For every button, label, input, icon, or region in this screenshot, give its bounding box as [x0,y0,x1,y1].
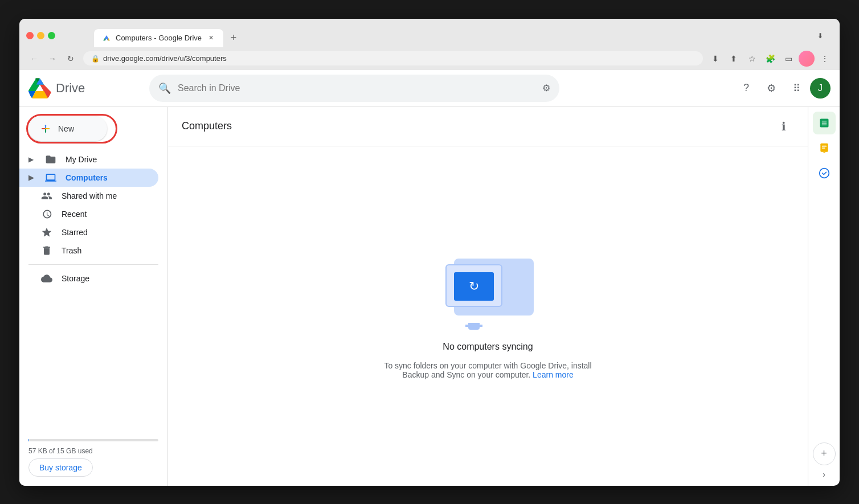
sidebar-item-recent[interactable]: Recent [19,205,158,223]
bookmark-icon[interactable]: ☆ [744,51,760,67]
monitor-body: ↻ [445,264,502,307]
back-button[interactable]: ← [26,51,42,67]
trash-icon [40,245,54,256]
content-area: Computers ℹ ↻ [167,107,808,486]
empty-state-subtitle: To sync folders on your computer with Go… [374,361,602,379]
new-button-wrapper: New [19,112,167,150]
sidebar-divider [28,264,158,265]
extension-icon[interactable]: 🧩 [762,51,778,67]
title-bar: Computers - Google Drive ✕ + ⬇ [19,19,840,47]
header-right: ? ⚙ ⠿ J [735,77,831,100]
url-text: drive.google.com/drive/u/3/computers [103,54,695,63]
drive-logo-text: Drive [56,81,85,96]
more-menu-icon[interactable]: ⋮ [817,51,833,67]
drive-logo-icon [28,77,51,100]
lock-icon: 🔒 [91,55,100,63]
shared-label: Shared with me [62,191,149,200]
refresh-button[interactable]: ↻ [63,51,79,67]
toolbar-right: ⬇ ⬆ ☆ 🧩 ▭ ⋮ [707,51,833,67]
search-icon: 🔍 [158,82,171,95]
storage-usage-label: 57 KB of 15 GB used [28,447,158,455]
sidebar: New ▶ My Drive ▶ Comput [19,107,167,486]
new-tab-button[interactable]: + [226,30,242,46]
tabs-bar: Computers - Google Drive ✕ + [60,24,242,47]
sidebar-item-computers[interactable]: ▶ Computers [19,169,158,187]
url-bar[interactable]: 🔒 drive.google.com/drive/u/3/computers [83,51,703,65]
forward-button[interactable]: → [44,51,60,67]
tab-icon[interactable]: ▭ [780,51,796,67]
buy-storage-button[interactable]: Buy storage [28,458,93,477]
folder-icon [44,154,58,165]
help-button[interactable]: ? [735,77,758,100]
drive-logo[interactable]: Drive [28,77,142,100]
monitor-screen: ↻ [454,272,494,301]
empty-state-title: No computers syncing [443,342,533,352]
browser-window: Computers - Google Drive ✕ + ⬇ ← → ↻ 🔒 d… [19,19,840,486]
search-input[interactable] [178,83,535,93]
cloud-icon [40,273,54,284]
settings-button[interactable]: ⚙ [760,77,783,100]
content-header: Computers ℹ [168,107,808,146]
profile-avatar[interactable]: J [810,78,831,99]
my-drive-label: My Drive [66,155,149,164]
storage-section: 57 KB of 15 GB used Buy storage [19,435,167,481]
trash-label: Trash [62,246,149,255]
star-icon [40,227,54,238]
sheets-button[interactable] [813,112,836,134]
maximize-button[interactable] [48,32,55,39]
computers-label: Computers [66,173,149,182]
empty-state: ↻ No computers syncing To sync folders o… [168,146,808,486]
sync-icon: ↻ [469,279,479,294]
storage-bar-fill [28,439,29,441]
new-button-label: New [58,124,74,133]
storage-label-nav: Storage [62,274,149,283]
resize-icon[interactable]: ⬇ [812,28,828,44]
panel-expand-button[interactable]: › [820,468,828,481]
app-header: Drive 🔍 ⚙ ? ⚙ ⠿ J [19,70,840,107]
download-icon[interactable]: ⬇ [707,51,723,67]
recent-label: Recent [62,210,149,219]
recent-icon [40,208,54,220]
page-title: Computers [182,120,774,132]
tab-close-icon[interactable]: ✕ [206,34,215,43]
starred-label: Starred [62,228,149,237]
new-plus-icon [40,123,51,134]
monitor-base [468,323,480,330]
window-controls [26,32,55,39]
address-bar: ← → ↻ 🔒 drive.google.com/drive/u/3/compu… [19,47,840,70]
new-button[interactable]: New [28,116,107,141]
browser-chrome: Computers - Google Drive ✕ + ⬇ ← → ↻ 🔒 d… [19,19,840,70]
search-bar[interactable]: 🔍 ⚙ [149,75,559,102]
expand-icon: ▶ [28,155,34,163]
tab-title: Computers - Google Drive [116,34,202,42]
computer-illustration: ↻ [437,253,539,333]
active-tab[interactable]: Computers - Google Drive ✕ [94,29,223,47]
search-filter-icon[interactable]: ⚙ [542,83,550,93]
apps-button[interactable]: ⠿ [785,77,808,100]
svg-point-4 [819,168,829,178]
app-content: Drive 🔍 ⚙ ? ⚙ ⠿ J [19,70,840,486]
sidebar-item-storage[interactable]: Storage [19,269,158,288]
storage-bar-background [28,439,158,441]
sidebar-item-shared[interactable]: Shared with me [19,187,158,205]
minimize-button[interactable] [37,32,44,39]
main-area: New ▶ My Drive ▶ Comput [19,107,840,486]
keep-button[interactable] [813,137,836,159]
add-app-button[interactable]: + [813,442,836,465]
sidebar-item-starred[interactable]: Starred [19,223,158,241]
learn-more-link[interactable]: Learn more [533,370,574,379]
svg-rect-3 [821,147,825,149]
chrome-profile-avatar[interactable] [799,51,815,67]
share-icon[interactable]: ⬆ [726,51,742,67]
computers-expand-icon: ▶ [28,174,34,182]
right-panel: + › [808,107,840,486]
svg-rect-2 [821,145,826,146]
close-button[interactable] [26,32,34,39]
sidebar-item-my-drive[interactable]: ▶ My Drive [19,150,158,169]
tasks-button[interactable] [813,162,836,185]
sidebar-item-trash[interactable]: Trash [19,241,158,260]
svg-rect-1 [820,143,828,151]
info-button[interactable]: ℹ [774,116,794,137]
tab-favicon [102,34,111,43]
nav-buttons: ← → ↻ [26,51,79,67]
